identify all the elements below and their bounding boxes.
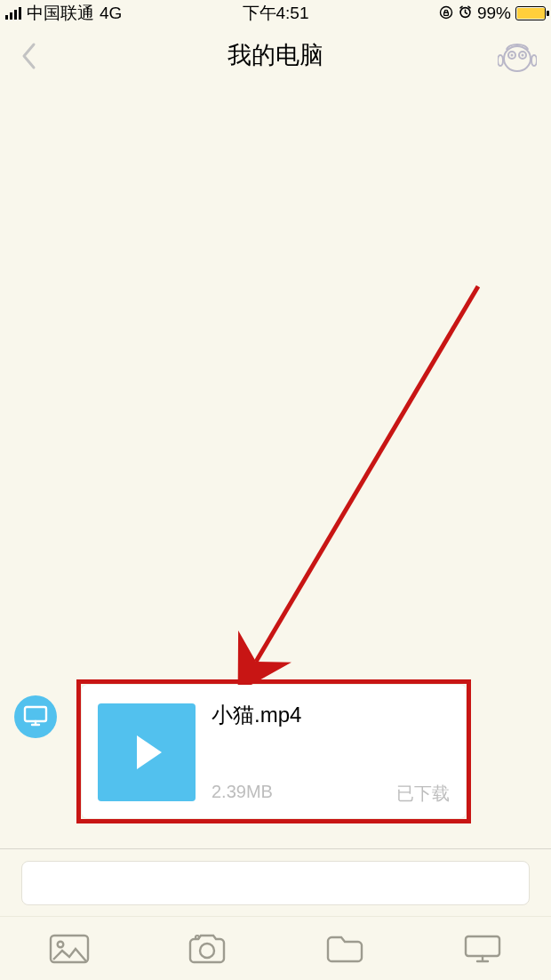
svg-point-9 xyxy=(531,55,537,66)
svg-rect-11 xyxy=(25,707,46,721)
penguin-avatar-button[interactable] xyxy=(496,36,539,75)
penguin-icon xyxy=(498,37,537,73)
file-name-label: 小猫.mp4 xyxy=(212,701,450,729)
input-bar xyxy=(0,848,551,916)
svg-point-8 xyxy=(498,55,503,66)
monitor-icon xyxy=(23,705,48,728)
svg-point-3 xyxy=(504,46,531,71)
clock-label: 下午4:51 xyxy=(0,2,551,25)
video-thumbnail xyxy=(98,703,196,801)
svg-rect-16 xyxy=(466,936,499,956)
download-state-label: 已下载 xyxy=(396,782,450,806)
svg-point-7 xyxy=(522,54,524,57)
battery-icon xyxy=(515,6,546,20)
camera-icon xyxy=(186,932,228,966)
svg-point-15 xyxy=(196,936,199,939)
chat-area: 小猫.mp4 2.39MB 已下载 xyxy=(0,84,551,848)
file-info: 小猫.mp4 2.39MB 已下载 xyxy=(212,697,450,807)
svg-point-14 xyxy=(200,944,214,958)
my-computer-button[interactable] xyxy=(458,929,507,968)
status-bar: 中国联通 4G 下午4:51 99% xyxy=(0,0,551,25)
file-size-label: 2.39MB xyxy=(212,782,273,806)
gallery-button[interactable] xyxy=(44,929,94,968)
chevron-left-icon xyxy=(20,41,39,71)
sender-avatar[interactable] xyxy=(14,695,57,738)
folder-icon xyxy=(323,933,366,965)
camera-button[interactable] xyxy=(182,929,232,968)
svg-point-13 xyxy=(57,941,63,947)
svg-line-10 xyxy=(256,286,478,662)
back-button[interactable] xyxy=(12,39,46,73)
file-bubble[interactable]: 小猫.mp4 2.39MB 已下载 xyxy=(82,685,466,818)
attachment-toolbar xyxy=(0,916,551,980)
folder-button[interactable] xyxy=(320,929,370,968)
svg-point-6 xyxy=(511,54,514,57)
gallery-icon xyxy=(48,933,91,965)
page-title: 我的电脑 xyxy=(228,39,323,71)
play-icon xyxy=(123,728,171,776)
nav-bar: 我的电脑 xyxy=(0,27,551,84)
file-message[interactable]: 小猫.mp4 2.39MB 已下载 xyxy=(82,685,466,818)
monitor-icon xyxy=(461,933,504,965)
message-input[interactable] xyxy=(21,861,530,905)
